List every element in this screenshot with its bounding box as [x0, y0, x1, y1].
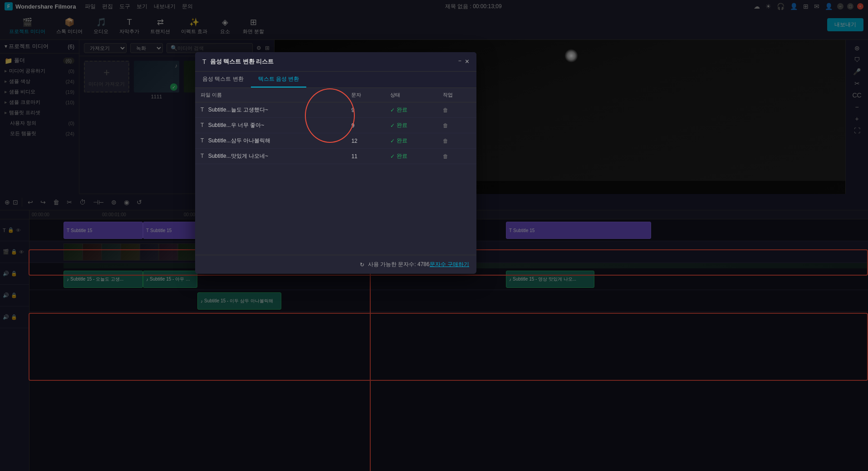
row4-file: T Subtitle...맛있게 나오네~: [195, 149, 346, 164]
row2-status-done: ✓ 완료: [390, 121, 432, 129]
row2-status: ✓ 완료: [385, 118, 437, 133]
row2-file: T Subtitle...우 너무 좋아~: [195, 118, 346, 133]
row3-status-done: ✓ 완료: [390, 137, 432, 145]
row1-check-icon: ✓: [390, 107, 395, 113]
tab-text-to-speech[interactable]: 텍스트 음성 변환: [251, 72, 307, 87]
col-header-file: 파일 이름: [195, 88, 346, 102]
row1-status-done: ✓ 완료: [390, 106, 432, 114]
modal-header-left: T 음성 텍스트 변환 리스트: [202, 58, 274, 66]
table-row-1: T Subtitle...늘도 고생했다~ 9 ✓ 완료 🗑: [195, 102, 476, 118]
modal-minimize-button[interactable]: −: [458, 58, 461, 66]
tab-speech-to-text[interactable]: 음성 텍스트 변환: [195, 72, 251, 87]
table-row-2: T Subtitle...우 너무 좋아~ 9 ✓ 완료 🗑: [195, 118, 476, 133]
modal-header: T 음성 텍스트 변환 리스트 − ×: [195, 52, 476, 72]
row2-status-text: 완료: [397, 121, 407, 129]
row1-file: T Subtitle...늘도 고생했다~: [195, 102, 346, 118]
row2-chars: 9: [346, 118, 385, 133]
modal-body: 파일 이름 문자 상태 작업 T Subtitle...늘도 고생했다~ 9 ✓: [195, 88, 476, 164]
row2-delete-icon[interactable]: 🗑: [443, 122, 448, 129]
row4-type-icon: T: [201, 153, 204, 159]
row3-type-icon: T: [201, 137, 204, 144]
col-header-status: 상태: [385, 88, 437, 102]
row4-chars: 11: [346, 149, 385, 164]
modal-footer: ↻ 사용 가능한 문자수: 4786 문자수 구매하기: [195, 255, 476, 274]
modal-tabs: 음성 텍스트 변환 텍스트 음성 변환: [195, 72, 476, 88]
row1-status: ✓ 완료: [385, 102, 437, 118]
row3-delete-icon[interactable]: 🗑: [443, 138, 448, 144]
row4-delete-icon[interactable]: 🗑: [443, 153, 448, 160]
modal-title-icon: T: [202, 58, 206, 65]
row3-status: ✓ 완료: [385, 133, 437, 149]
modal-table: 파일 이름 문자 상태 작업 T Subtitle...늘도 고생했다~ 9 ✓: [195, 88, 476, 164]
row2-type-icon: T: [201, 122, 204, 128]
col-header-chars: 문자: [346, 88, 385, 102]
row2-check-icon: ✓: [390, 122, 395, 129]
row3-status-text: 완료: [397, 137, 407, 145]
row4-status: ✓ 완료: [385, 149, 437, 164]
row3-check-icon: ✓: [390, 138, 395, 144]
modal-empty-space: [195, 164, 476, 255]
row4-action[interactable]: 🗑: [437, 149, 476, 164]
row1-type-icon: T: [201, 107, 204, 113]
row1-chars: 9: [346, 102, 385, 118]
table-row-3: T Subtitle...삼두 아나볼릭해 12 ✓ 완료 🗑: [195, 133, 476, 149]
row3-file: T Subtitle...삼두 아나볼릭해: [195, 133, 346, 149]
modal-header-controls: − ×: [458, 58, 469, 66]
row3-action[interactable]: 🗑: [437, 133, 476, 149]
modal-speech-to-text: T 음성 텍스트 변환 리스트 − × 음성 텍스트 변환 텍스트 음성 변환 …: [195, 52, 476, 274]
row1-action[interactable]: 🗑: [437, 102, 476, 118]
modal-title: 음성 텍스트 변환 리스트: [210, 58, 274, 66]
row1-status-text: 완료: [397, 106, 407, 114]
row1-delete-icon[interactable]: 🗑: [443, 107, 448, 113]
footer-text: 사용 가능한 문자수: 4786: [368, 261, 430, 268]
row4-status-done: ✓ 완료: [390, 152, 432, 160]
purchase-link[interactable]: 문자수 구매하기: [430, 261, 469, 268]
table-row-4: T Subtitle...맛있게 나오네~ 11 ✓ 완료 🗑: [195, 149, 476, 164]
row4-status-text: 완료: [397, 152, 407, 160]
refresh-icon[interactable]: ↻: [360, 262, 364, 268]
row2-action[interactable]: 🗑: [437, 118, 476, 133]
row4-check-icon: ✓: [390, 153, 395, 160]
col-header-action: 작업: [437, 88, 476, 102]
row3-chars: 12: [346, 133, 385, 149]
modal-close-button[interactable]: ×: [465, 58, 469, 66]
